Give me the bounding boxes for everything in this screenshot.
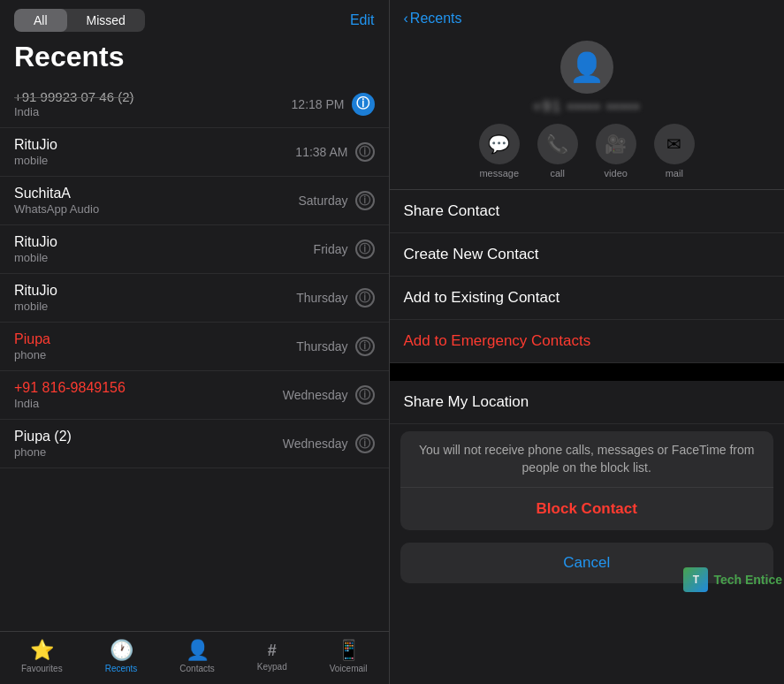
call-right-6: Wednesday ⓘ <box>283 385 375 405</box>
call-time-4: Thursday <box>296 291 347 305</box>
tab-recents[interactable]: 🕐 Recents <box>105 639 138 673</box>
tab-contacts[interactable]: 👤 Contacts <box>179 639 214 673</box>
tab-favourites[interactable]: ⭐ Favourites <box>21 639 63 673</box>
call-label: call <box>550 168 565 179</box>
left-panel: All Missed Edit Recents +91 99923 07 46 … <box>0 0 389 684</box>
block-description: You will not receive phone calls, messag… <box>400 431 774 488</box>
top-bar: All Missed Edit <box>0 0 389 37</box>
back-button[interactable]: ‹ Recents <box>404 11 462 27</box>
mail-button[interactable]: ✉ mail <box>654 124 695 179</box>
call-right-5: Thursday ⓘ <box>296 337 374 356</box>
info-circle-2[interactable]: ⓘ <box>355 191 375 210</box>
tab-voicemail[interactable]: 📱 Voicemail <box>330 639 368 673</box>
call-right-0: 12:18 PM ⓘ <box>292 93 375 116</box>
mail-label: mail <box>666 168 683 179</box>
tab-recents-label: Recents <box>105 664 138 673</box>
chevron-left-icon: ‹ <box>404 11 408 27</box>
tab-group: All Missed <box>14 9 145 32</box>
info-circle-1[interactable]: ⓘ <box>355 142 375 162</box>
info-circle-5[interactable]: ⓘ <box>355 337 375 356</box>
action-buttons: 💬 message 📞 call 🎥 video ✉ mail <box>479 124 695 179</box>
back-label: Recents <box>410 11 462 27</box>
call-item-left-1: RituJio mobile <box>14 137 295 167</box>
call-item-7[interactable]: Piupa (2) phone Wednesday ⓘ <box>0 420 389 468</box>
keypad-icon: # <box>268 642 277 660</box>
tab-all[interactable]: All <box>14 9 67 32</box>
call-right-2: Saturday ⓘ <box>298 191 374 210</box>
call-time-3: Friday <box>314 242 348 256</box>
info-circle-3[interactable]: ⓘ <box>355 239 375 259</box>
call-item-left-2: SuchitaA WhatsApp Audio <box>14 186 298 216</box>
star-icon: ⭐ <box>30 639 54 662</box>
call-sub-4: mobile <box>14 300 296 313</box>
call-time-5: Thursday <box>296 339 347 353</box>
block-section: You will not receive phone calls, messag… <box>400 431 774 530</box>
tab-keypad-label: Keypad <box>257 662 287 672</box>
call-item-2[interactable]: SuchitaA WhatsApp Audio Saturday ⓘ <box>0 177 389 225</box>
cancel-label: Cancel <box>563 554 610 571</box>
call-time-0: 12:18 PM <box>292 97 345 111</box>
call-sub-5: phone <box>14 348 296 361</box>
call-right-3: Friday ⓘ <box>314 239 375 259</box>
call-sub-0: India <box>14 105 292 118</box>
recents-title: Recents <box>0 37 389 80</box>
message-button[interactable]: 💬 message <box>479 124 520 179</box>
video-button[interactable]: 🎥 video <box>596 124 636 179</box>
add-existing-contact-item[interactable]: Add to Existing Contact <box>390 277 785 320</box>
cancel-button[interactable]: Cancel T Tech Entice <box>400 543 774 583</box>
contact-number: +91 ••••• ••••• <box>533 99 641 115</box>
watermark: T Tech Entice <box>683 567 782 592</box>
rp-header: ‹ Recents <box>390 0 785 34</box>
call-item-1[interactable]: RituJio mobile 11:38 AM ⓘ <box>0 128 389 177</box>
info-circle-7[interactable]: ⓘ <box>355 434 375 453</box>
info-circle-0[interactable]: ⓘ <box>352 93 375 116</box>
contact-section: 👤 +91 ••••• ••••• 💬 message 📞 call 🎥 vid… <box>390 34 785 190</box>
call-item-4[interactable]: RituJio mobile Thursday ⓘ <box>0 274 389 323</box>
call-name-3: RituJio <box>14 234 314 250</box>
edit-button[interactable]: Edit <box>350 12 375 28</box>
video-icon: 🎥 <box>596 124 636 164</box>
call-list: +91 99923 07 46 (2) India 12:18 PM ⓘ ↑ R… <box>0 80 389 631</box>
call-item-0[interactable]: +91 99923 07 46 (2) India 12:18 PM ⓘ ↑ <box>0 80 389 128</box>
call-right-4: Thursday ⓘ <box>296 288 374 308</box>
call-name-4: RituJio <box>14 283 296 299</box>
info-circle-4[interactable]: ⓘ <box>355 288 375 308</box>
person-icon: 👤 <box>569 50 605 84</box>
bottom-tabbar: ⭐ Favourites 🕐 Recents 👤 Contacts # Keyp… <box>0 631 389 684</box>
call-item-3[interactable]: RituJio mobile Friday ⓘ <box>0 225 389 274</box>
call-sub-7: phone <box>14 445 283 459</box>
add-emergency-contact-item[interactable]: Add to Emergency Contacts <box>390 320 785 363</box>
call-sub-1: mobile <box>14 154 295 167</box>
call-button[interactable]: 📞 call <box>537 124 578 179</box>
call-item-left-5: Piupa phone <box>14 331 296 361</box>
call-sub-6: India <box>14 397 283 410</box>
call-icon: 📞 <box>537 124 578 164</box>
call-name-5: Piupa <box>14 331 296 347</box>
watermark-text: Tech Entice <box>713 573 782 587</box>
tab-missed[interactable]: Missed <box>67 9 145 32</box>
message-label: message <box>479 168 519 179</box>
tab-favourites-label: Favourites <box>21 664 63 673</box>
call-sub-3: mobile <box>14 251 314 264</box>
rp-menu: Share Contact Create New Contact Add to … <box>390 190 785 363</box>
call-time-7: Wednesday <box>283 437 348 451</box>
call-time-6: Wednesday <box>283 388 348 402</box>
voicemail-icon: 📱 <box>337 639 361 662</box>
create-new-contact-item[interactable]: Create New Contact <box>390 233 785 277</box>
call-time-2: Saturday <box>298 194 347 208</box>
video-label: video <box>605 168 628 179</box>
contacts-icon: 👤 <box>186 639 209 662</box>
tab-keypad[interactable]: # Keypad <box>257 642 287 672</box>
share-contact-item[interactable]: Share Contact <box>390 190 785 233</box>
block-contact-button[interactable]: Block Contact ← <box>400 488 774 530</box>
call-name-0: +91 99923 07 46 (2) <box>14 89 292 104</box>
call-name-7: Piupa (2) <box>14 429 283 445</box>
info-circle-6[interactable]: ⓘ <box>355 385 375 405</box>
avatar: 👤 <box>560 41 613 94</box>
call-item-5[interactable]: Piupa phone Thursday ⓘ <box>0 323 389 371</box>
mail-icon: ✉ <box>654 124 695 164</box>
right-panel: ‹ Recents 👤 +91 ••••• ••••• 💬 message 📞 … <box>390 0 785 684</box>
share-location-item[interactable]: Share My Location <box>390 381 785 424</box>
call-item-6[interactable]: +91 816-9849156 India Wednesday ⓘ <box>0 371 389 420</box>
recents-icon: 🕐 <box>110 639 133 662</box>
